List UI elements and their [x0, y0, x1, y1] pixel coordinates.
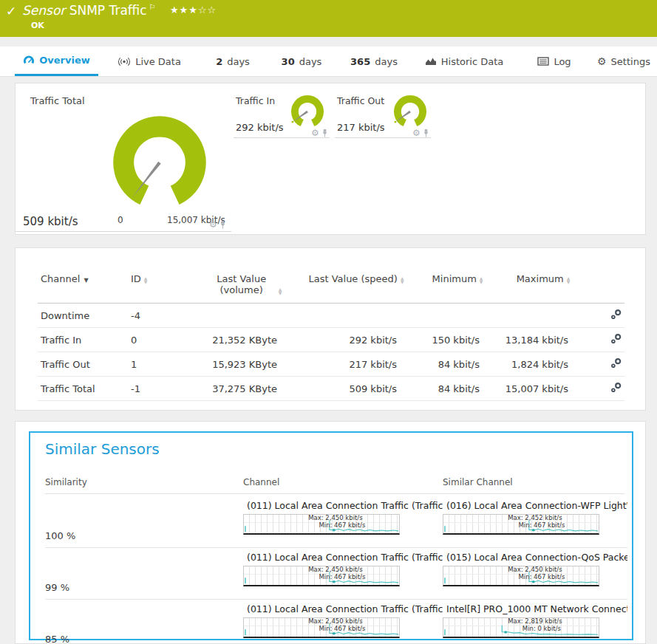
sensor-title: Sensor SNMP Traffic⚐ ★★★☆☆	[22, 3, 217, 18]
gauge-in-actions: ⚙	[311, 129, 328, 137]
table-row: Downtime -4	[38, 304, 624, 328]
pin-icon[interactable]	[219, 221, 226, 229]
sort-desc-icon: ▼	[84, 277, 88, 284]
tab-2-days[interactable]: 2 days	[211, 47, 254, 76]
mini-graph: Max: 2,819 kbit/s Min: 0 kbit/s	[443, 617, 599, 638]
channel-link[interactable]: (011) Local Area Connection Traffic (Tra…	[243, 603, 443, 614]
tab-historic-data[interactable]: Historic Data	[423, 47, 505, 76]
channel-name: Traffic In	[38, 328, 128, 352]
sensor-kind-label: Sensor	[22, 3, 65, 18]
gauge-out-title: Traffic Out	[337, 95, 384, 106]
col-last-value-speed[interactable]: Last Value (speed)▲▼	[296, 269, 416, 304]
similar-channel-link[interactable]: (016) Local Area Connection-WFP LightWei…	[443, 500, 627, 511]
gear-icon: ⚙	[597, 56, 607, 66]
mini-graph: Max: 2,450 kbit/s Min: 467 kbit/s	[443, 566, 599, 586]
sort-icon: ▲▼	[401, 276, 404, 284]
graph-min-label: Min: 0 kbit/s	[485, 626, 599, 633]
edit-channel-gears-icon[interactable]	[610, 309, 622, 320]
gauge-out-value: 217 kbit/s	[337, 122, 385, 133]
similar-channel-link[interactable]: Intel[R] PRO_1000 MT Network Connection …	[443, 603, 627, 614]
similar-sensors-header: Similarity Channel Similar Channel	[45, 477, 624, 494]
graph-min-label: Min: 467 kbit/s	[285, 574, 399, 581]
gauge-in-value: 292 kbit/s	[236, 122, 284, 133]
col-minimum[interactable]: Minimum▲▼	[416, 269, 499, 304]
graph-min-label: Min: 467 kbit/s	[485, 522, 599, 530]
graph-min-label: Min: 467 kbit/s	[285, 626, 399, 633]
traffic-in-gauge	[286, 91, 329, 131]
similar-row: 100 % (011) Local Area Connection Traffi…	[45, 496, 627, 548]
mini-graph: Max: 2,450 kbit/s Min: 467 kbit/s	[243, 514, 400, 535]
col-similar-channel: Similar Channel	[443, 477, 624, 487]
similarity-value: 100 %	[45, 530, 243, 547]
gear-icon[interactable]: ⚙	[412, 129, 421, 137]
priority-stars[interactable]: ★★★☆☆	[170, 4, 217, 16]
gauge-icon	[23, 55, 35, 65]
mini-graph: Max: 2,450 kbit/s Min: 467 kbit/s	[243, 617, 400, 638]
status-check-icon: ✓	[6, 4, 16, 18]
similarity-value: 85 %	[45, 634, 243, 644]
tab-bar: Overview Live Data 2 days 30 days 365 da…	[0, 47, 657, 77]
channel-name: Downtime	[38, 304, 128, 328]
table-row: Traffic Total -1 37,275 KByte 509 kbit/s…	[38, 377, 624, 401]
gauge-total-value: 509 kbit/s	[23, 215, 78, 228]
gauge-total-title: Traffic Total	[30, 95, 85, 106]
similarity-value: 99 %	[45, 582, 243, 599]
traffic-total-gauge	[98, 103, 221, 218]
graph-min-label: Min: 467 kbit/s	[485, 574, 599, 581]
tab-log[interactable]: Log	[534, 47, 575, 76]
similar-sensors-rows: 100 % (011) Local Area Connection Traffi…	[45, 496, 627, 644]
log-list-icon	[537, 57, 549, 66]
gauge-min-label: 0	[118, 215, 123, 225]
mini-graph: Max: 2,450 kbit/s Min: 467 kbit/s	[243, 566, 400, 586]
flag-icon[interactable]: ⚐	[149, 3, 156, 11]
gauge-in-title: Traffic In	[236, 95, 275, 106]
tab-overview[interactable]: Overview	[15, 47, 98, 76]
table-row: Traffic Out 1 15,923 KByte 217 kbit/s 84…	[38, 352, 624, 377]
graph-min-label: Min: 467 kbit/s	[285, 522, 399, 530]
tab-live-data[interactable]: Live Data	[112, 47, 186, 76]
status-badge: OK	[31, 21, 44, 30]
channel-name: Traffic Out	[38, 352, 128, 377]
channel-name: Traffic Total	[38, 377, 128, 401]
channel-link[interactable]: (011) Local Area Connection Traffic (Tra…	[243, 552, 443, 563]
sort-icon: ▲▼	[144, 276, 148, 284]
sensor-header: ✓ Sensor SNMP Traffic⚐ ★★★☆☆ OK	[0, 0, 657, 37]
gauge-out-actions: ⚙	[412, 129, 429, 137]
col-similarity: Similarity	[45, 477, 243, 487]
channel-link[interactable]: (011) Local Area Connection Traffic (Tra…	[243, 500, 443, 511]
sort-icon: ▲▼	[480, 276, 483, 284]
traffic-out-gauge	[389, 91, 432, 131]
tab-settings[interactable]: ⚙ Settings	[597, 47, 650, 76]
gear-icon[interactable]: ⚙	[209, 220, 217, 229]
col-channel[interactable]: Channel▼	[38, 269, 128, 304]
pin-icon[interactable]	[423, 129, 429, 137]
table-row: Traffic In 0 21,352 KByte 292 kbit/s 150…	[38, 328, 624, 352]
gauge-total-actions: ⚙	[209, 220, 226, 229]
col-maximum[interactable]: Maximum▲▼	[499, 269, 588, 304]
area-chart-icon	[425, 57, 437, 66]
edit-channel-gears-icon[interactable]	[610, 333, 622, 344]
similar-channel-link[interactable]: (015) Local Area Connection-QoS Packet S…	[443, 552, 627, 563]
sort-icon: ▲▼	[279, 287, 282, 295]
pin-icon[interactable]	[321, 129, 328, 137]
gear-icon[interactable]: ⚙	[311, 129, 319, 137]
edit-channel-gears-icon[interactable]	[610, 357, 622, 369]
edit-channel-gears-icon[interactable]	[610, 382, 622, 393]
sensor-name: SNMP Traffic	[69, 3, 147, 18]
similar-row: 99 % (011) Local Area Connection Traffic…	[45, 548, 627, 600]
mini-graph: Max: 2,452 kbit/s Min: 467 kbit/s	[443, 514, 599, 535]
col-last-value-volume[interactable]: Last Value (volume)▲▼	[193, 269, 296, 304]
col-id[interactable]: ID▲▼	[128, 269, 193, 304]
channel-table: Channel▼ ID▲▼ Last Value (volume)▲▼ Last…	[38, 269, 624, 401]
similar-sensors-panel: Similar Sensors Similarity Channel Simil…	[15, 421, 646, 644]
col-channel: Channel	[243, 477, 443, 487]
broadcast-icon	[118, 57, 131, 66]
tab-30-days[interactable]: 30 days	[278, 47, 325, 76]
channel-table-panel: Channel▼ ID▲▼ Last Value (volume)▲▼ Last…	[15, 247, 646, 411]
prtg-sensor-page: ✓ Sensor SNMP Traffic⚐ ★★★☆☆ OK Overview…	[0, 0, 657, 644]
sort-icon: ▲▼	[567, 276, 571, 284]
similar-sensors-title: Similar Sensors	[45, 440, 160, 458]
tab-365-days[interactable]: 365 days	[347, 47, 401, 76]
similar-sensors-box: Similar Sensors Similarity Channel Simil…	[29, 431, 633, 640]
similar-row: 85 % (011) Local Area Connection Traffic…	[45, 600, 627, 644]
